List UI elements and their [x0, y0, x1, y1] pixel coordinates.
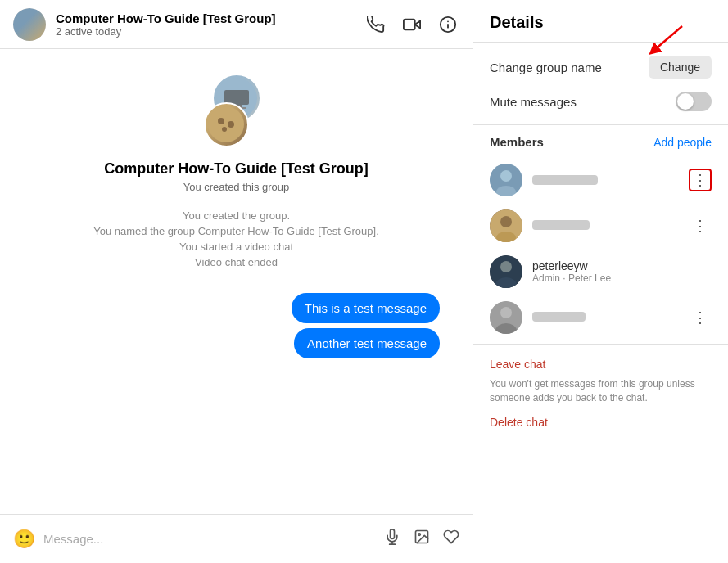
chat-messages: This is a test message Another test mess…: [33, 293, 440, 358]
member-more-button-0[interactable]: ⋮: [689, 169, 712, 191]
member-info-1: [532, 218, 689, 233]
sys-msg-2: You started a video chat: [179, 241, 293, 253]
toggle-knob: [677, 93, 694, 110]
sys-msg-0: You created the group.: [183, 209, 290, 222]
svg-point-21: [500, 216, 512, 227]
header-actions: [364, 13, 459, 36]
leave-warning: You won't get messages from this group u…: [490, 377, 712, 405]
members-list: ⋮ ⋮ pe: [490, 157, 712, 337]
change-group-name-row: Change group name Change: [490, 56, 712, 79]
mute-messages-row: Mute messages: [490, 92, 712, 111]
image-icon[interactable]: [414, 529, 430, 549]
svg-point-24: [500, 261, 512, 272]
avatar-bottom: [204, 102, 249, 147]
svg-point-10: [218, 118, 224, 124]
member-avatar-1: [490, 209, 522, 242]
svg-point-18: [500, 170, 512, 182]
system-messages: You created the group. You named the gro…: [93, 209, 379, 268]
sys-msg-1: You named the group Computer How-To Guid…: [93, 225, 379, 237]
member-name-2: peterleeyw: [532, 259, 712, 272]
svg-point-12: [222, 127, 227, 132]
message-bubble-0: This is a test message: [292, 293, 440, 323]
member-avatar-2: [490, 255, 522, 288]
header-info: Computer How-To Guide [Test Group] 2 act…: [56, 11, 364, 38]
group-name-title: Computer How-To Guide [Test Group]: [104, 160, 368, 178]
group-created-label: You created this group: [183, 181, 290, 193]
member-item-0: ⋮: [490, 157, 712, 203]
add-people-link[interactable]: Add people: [653, 136, 712, 149]
leave-delete-section: Leave chat You won't get messages from t…: [473, 344, 728, 443]
member-item-2: peterleeyw Admin · Peter Lee: [490, 249, 712, 295]
details-title: Details: [473, 0, 728, 43]
sys-msg-3: Video chat ended: [195, 256, 278, 268]
member-name-blurred-0: [532, 175, 598, 185]
mute-messages-label: Mute messages: [490, 95, 577, 109]
mic-icon[interactable]: [384, 529, 400, 549]
details-settings: Change group name Change Mute messages: [473, 43, 728, 125]
member-avatar-3: [490, 301, 522, 334]
emoji-button[interactable]: 🙂: [13, 529, 35, 550]
group-avatar-header: [13, 8, 46, 41]
chat-panel: Computer How-To Guide [Test Group] 2 act…: [0, 0, 473, 563]
member-item-1: ⋮: [490, 203, 712, 249]
member-info-2: peterleeyw Admin · Peter Lee: [532, 259, 712, 284]
member-avatar-0: [490, 164, 522, 196]
member-more-button-3[interactable]: ⋮: [689, 306, 712, 329]
svg-point-9: [208, 106, 244, 142]
change-group-name-label: Change group name: [490, 61, 602, 74]
svg-point-27: [500, 307, 512, 318]
member-name-blurred-1: [532, 220, 590, 230]
svg-point-11: [228, 121, 234, 128]
member-info-0: [532, 175, 689, 185]
member-more-button-1[interactable]: ⋮: [689, 214, 712, 237]
heart-icon[interactable]: [443, 529, 459, 549]
members-title: Members: [490, 135, 544, 149]
members-header: Members Add people: [490, 135, 712, 149]
group-avatar-area: [200, 74, 274, 147]
chat-header: Computer How-To Guide [Test Group] 2 act…: [0, 0, 473, 49]
members-section: Members Add people ⋮: [473, 125, 728, 337]
svg-point-16: [418, 534, 420, 536]
video-icon[interactable]: [400, 13, 423, 36]
details-panel: Details Change group name Change Mute me…: [473, 0, 728, 563]
message-input[interactable]: [43, 532, 376, 546]
group-avatar-stack: [200, 74, 274, 147]
info-icon[interactable]: [436, 13, 459, 36]
chat-subtitle: 2 active today: [56, 25, 364, 38]
chat-body: Computer How-To Guide [Test Group] You c…: [0, 49, 473, 514]
delete-chat-link[interactable]: Delete chat: [490, 416, 548, 429]
svg-marker-0: [415, 20, 420, 28]
member-item-3: ⋮: [490, 295, 712, 337]
member-sub-2: Admin · Peter Lee: [532, 272, 712, 284]
leave-chat-link[interactable]: Leave chat: [490, 358, 712, 371]
svg-rect-1: [404, 19, 415, 29]
change-group-name-button[interactable]: Change: [649, 56, 712, 79]
mute-toggle[interactable]: [676, 92, 712, 111]
chat-input-area: 🙂: [0, 514, 473, 563]
phone-icon[interactable]: [364, 13, 387, 36]
member-name-blurred-3: [532, 312, 586, 322]
message-bubble-1: Another test message: [294, 328, 440, 358]
member-info-3: [532, 310, 689, 325]
input-actions: [384, 529, 459, 549]
chat-title: Computer How-To Guide [Test Group]: [56, 11, 364, 25]
